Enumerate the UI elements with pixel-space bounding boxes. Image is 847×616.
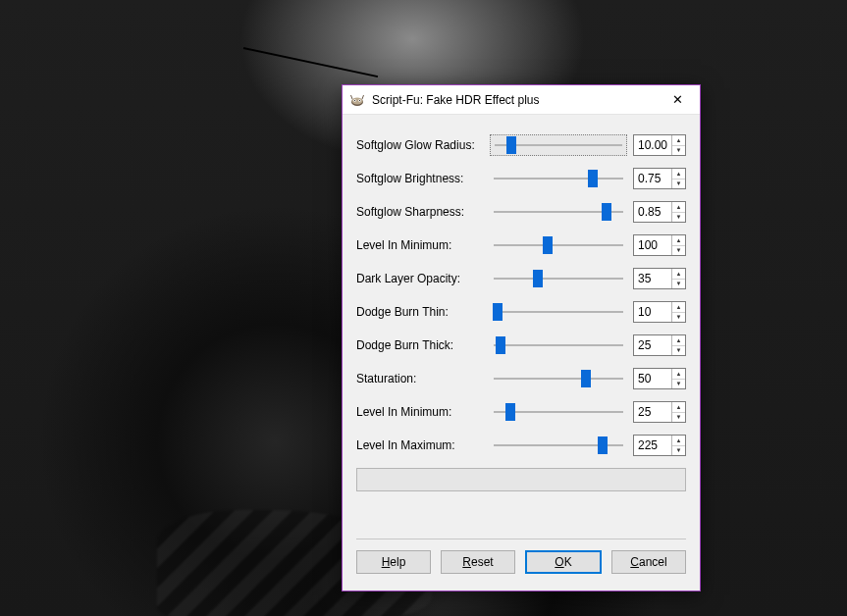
dialog-footer: Help Reset OK Cancel [343, 545, 700, 590]
spin-arrows: ▲▼ [671, 369, 685, 388]
help-button-label: Help [382, 555, 406, 569]
spin-up-icon[interactable]: ▲ [672, 169, 685, 180]
slider-thumb[interactable] [543, 236, 553, 254]
spin-down-icon[interactable]: ▼ [672, 380, 685, 389]
slider-thumb[interactable] [505, 403, 515, 421]
param-slider[interactable] [490, 334, 627, 356]
param-row-softglow_sharpness: Softglow Sharpness:▲▼ [356, 195, 686, 229]
slider-thumb[interactable] [598, 436, 608, 454]
spin-down-icon[interactable]: ▼ [672, 213, 685, 223]
slider-thumb[interactable] [581, 370, 591, 387]
app-icon [348, 91, 366, 109]
spin-up-icon[interactable]: ▲ [672, 269, 685, 280]
param-row-dodge_burn_thin: Dodge Burn Thin:▲▼ [356, 295, 686, 329]
param-spinbox[interactable]: ▲▼ [633, 301, 686, 323]
param-slider[interactable] [490, 401, 627, 423]
slider-thumb[interactable] [588, 170, 598, 187]
param-value-input[interactable] [634, 302, 671, 322]
param-spinbox[interactable]: ▲▼ [633, 368, 686, 389]
spin-up-icon[interactable]: ▲ [672, 302, 685, 313]
spin-down-icon[interactable]: ▼ [672, 446, 685, 456]
slider-thumb[interactable] [533, 270, 543, 287]
slider-track [494, 178, 623, 180]
spin-up-icon[interactable]: ▲ [672, 235, 685, 246]
param-slider[interactable] [490, 168, 627, 189]
slider-track [494, 344, 623, 346]
param-value-input[interactable] [634, 402, 671, 422]
param-spinbox[interactable]: ▲▼ [633, 201, 686, 223]
param-value-input[interactable] [634, 369, 671, 388]
svg-point-1 [352, 97, 363, 104]
separator [356, 539, 686, 539]
param-label: Level In Minimum: [356, 238, 490, 252]
spin-down-icon[interactable]: ▼ [672, 246, 685, 256]
spin-down-icon[interactable]: ▼ [672, 280, 685, 289]
close-button[interactable]: ✕ [657, 86, 698, 114]
slider-thumb[interactable] [493, 303, 503, 321]
window-title: Script-Fu: Fake HDR Effect plus [372, 93, 657, 107]
spin-up-icon[interactable]: ▲ [672, 369, 685, 380]
cancel-button[interactable]: Cancel [611, 550, 686, 574]
spin-arrows: ▲▼ [671, 269, 685, 288]
param-row-level_in_minimum_2: Level In Minimum:▲▼ [356, 395, 686, 429]
ok-button[interactable]: OK [525, 550, 602, 574]
param-spinbox[interactable]: ▲▼ [633, 134, 686, 156]
spin-up-icon[interactable]: ▲ [672, 436, 685, 446]
param-row-dark_layer_opacity: Dark Layer Opacity:▲▼ [356, 262, 686, 295]
param-spinbox[interactable]: ▲▼ [633, 401, 686, 423]
param-spinbox[interactable]: ▲▼ [633, 435, 686, 456]
param-label: Dark Layer Opacity: [356, 272, 490, 285]
param-label: Dodge Burn Thick: [356, 338, 490, 352]
reset-button[interactable]: Reset [441, 550, 515, 574]
spin-down-icon[interactable]: ▼ [672, 146, 685, 156]
progress-bar [356, 468, 686, 491]
slider-track [494, 378, 623, 380]
param-row-staturation: Staturation:▲▼ [356, 362, 686, 395]
spin-up-icon[interactable]: ▲ [672, 135, 685, 146]
slider-track [494, 244, 623, 246]
param-value-input[interactable] [634, 135, 671, 155]
param-slider[interactable] [490, 268, 627, 289]
param-value-input[interactable] [634, 269, 671, 288]
param-value-input[interactable] [634, 335, 671, 355]
spin-up-icon[interactable]: ▲ [672, 202, 685, 213]
spin-down-icon[interactable]: ▼ [672, 413, 685, 423]
titlebar[interactable]: Script-Fu: Fake HDR Effect plus ✕ [343, 85, 700, 115]
param-slider[interactable] [490, 134, 627, 156]
param-label: Level In Maximum: [356, 438, 490, 452]
spin-arrows: ▲▼ [671, 202, 685, 222]
spin-arrows: ▲▼ [671, 235, 685, 255]
slider-thumb[interactable] [506, 136, 516, 154]
param-slider[interactable] [490, 201, 627, 223]
param-spinbox[interactable]: ▲▼ [633, 168, 686, 189]
param-spinbox[interactable]: ▲▼ [633, 234, 686, 256]
param-value-input[interactable] [634, 169, 671, 188]
spin-down-icon[interactable]: ▼ [672, 180, 685, 189]
spin-arrows: ▲▼ [671, 302, 685, 322]
param-slider[interactable] [490, 435, 627, 456]
help-button[interactable]: Help [356, 550, 431, 574]
spin-down-icon[interactable]: ▼ [672, 313, 685, 323]
param-slider[interactable] [490, 234, 627, 256]
param-label: Softglow Brightness: [356, 172, 490, 185]
param-label: Dodge Burn Thin: [356, 305, 490, 319]
spin-up-icon[interactable]: ▲ [672, 402, 685, 413]
spin-down-icon[interactable]: ▼ [672, 346, 685, 356]
slider-thumb[interactable] [496, 336, 505, 354]
param-row-level_in_minimum_1: Level In Minimum:▲▼ [356, 229, 686, 262]
param-slider[interactable] [490, 301, 627, 323]
param-value-input[interactable] [634, 202, 671, 222]
param-spinbox[interactable]: ▲▼ [633, 334, 686, 356]
param-value-input[interactable] [634, 235, 671, 255]
reset-button-label: Reset [462, 555, 493, 569]
param-label: Level In Minimum: [356, 405, 490, 419]
param-row-softglow_brightness: Softglow Brightness:▲▼ [356, 162, 686, 195]
param-spinbox[interactable]: ▲▼ [633, 268, 686, 289]
slider-thumb[interactable] [602, 203, 611, 221]
param-row-softglow_glow_radius: Softglow Glow Radius:▲▼ [356, 128, 686, 162]
slider-track [494, 311, 623, 313]
param-label: Softglow Glow Radius: [356, 138, 490, 152]
param-value-input[interactable] [634, 436, 671, 455]
param-slider[interactable] [490, 368, 627, 389]
spin-up-icon[interactable]: ▲ [672, 335, 685, 346]
